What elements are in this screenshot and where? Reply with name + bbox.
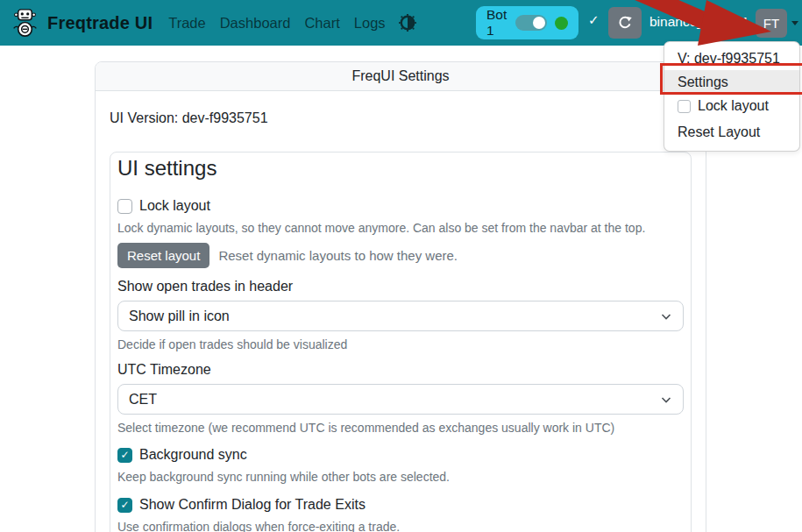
- reset-layout-help: Reset dynamic layouts to how they were.: [218, 248, 458, 263]
- lock-layout-checkbox[interactable]: [117, 199, 132, 214]
- confirm-dialog-label[interactable]: Show Confirm Dialog for Trade Exits: [139, 497, 366, 513]
- timezone-select[interactable]: CET: [117, 384, 684, 415]
- freqtrade-robot-logo-icon: [11, 7, 39, 39]
- avatar-dropdown-menu: V: dev-f9935751 Settings Lock layout Res…: [664, 41, 800, 152]
- lock-layout-label[interactable]: Lock layout: [139, 198, 210, 214]
- timezone-group: UTC Timezone CET Select timezone (we rec…: [117, 362, 684, 435]
- refresh-icon: [617, 15, 633, 31]
- bot-name: Bot 1: [486, 7, 507, 39]
- ui-version-text: UI Version: dev-f9935751: [110, 110, 692, 126]
- confirm-dialog-help: Use confirmation dialogs when force-exit…: [117, 520, 684, 532]
- confirm-dialog-row[interactable]: Show Confirm Dialog for Trade Exits: [117, 497, 684, 513]
- refresh-button[interactable]: [608, 7, 642, 39]
- bot-selector-pill[interactable]: Bot 1: [476, 6, 578, 39]
- open-trades-select[interactable]: Show pill in icon: [117, 301, 684, 331]
- menu-item-lock-layout-label: Lock layout: [698, 98, 769, 114]
- navbar: Freqtrade UI Trade Dashboard Chart Logs …: [0, 0, 802, 46]
- bot-online-status-dot: [555, 17, 568, 30]
- theme-toggle-icon[interactable]: [399, 14, 416, 32]
- settings-card-title: FreqUI Settings: [96, 62, 706, 91]
- chevron-down-icon: [660, 394, 672, 406]
- background-sync-row[interactable]: Background sync: [117, 447, 684, 463]
- avatar-menu-button[interactable]: FT: [756, 9, 787, 38]
- account-label: binance_USDT1: [649, 14, 753, 30]
- nav-link-chart[interactable]: Chart: [297, 10, 346, 37]
- chevron-down-icon[interactable]: [791, 21, 798, 25]
- reset-layout-row: Reset layout Reset dynamic layouts to ho…: [117, 243, 684, 268]
- timezone-selected-value: CET: [129, 392, 157, 408]
- chevron-down-icon: [660, 310, 672, 323]
- brand-title: Freqtrade UI: [47, 13, 153, 33]
- open-trades-help: Decide if open trades should be visualiz…: [117, 337, 684, 351]
- lock-layout-row[interactable]: Lock layout: [117, 198, 684, 214]
- menu-item-lock-layout[interactable]: Lock layout: [664, 95, 799, 117]
- background-sync-label[interactable]: Background sync: [139, 447, 247, 463]
- confirm-dialog-checkbox[interactable]: [117, 498, 132, 513]
- timezone-label: UTC Timezone: [117, 362, 684, 378]
- nav-link-dashboard[interactable]: Dashboard: [213, 10, 298, 37]
- menu-item-version: V: dev-f9935751: [664, 47, 799, 70]
- lock-layout-help: Lock dynamic layouts, so they cannot mov…: [117, 221, 684, 235]
- nav-link-trade[interactable]: Trade: [161, 10, 213, 37]
- check-icon: ✓: [588, 12, 600, 28]
- reset-layout-button[interactable]: Reset layout: [117, 243, 209, 268]
- menu-item-settings[interactable]: Settings: [664, 70, 799, 95]
- brand[interactable]: Freqtrade UI: [11, 7, 153, 39]
- main-nav: Trade Dashboard Chart Logs: [161, 10, 415, 37]
- open-trades-group: Show open trades in header Show pill in …: [117, 279, 684, 351]
- lock-layout-menu-checkbox[interactable]: [678, 100, 691, 113]
- open-trades-label: Show open trades in header: [117, 279, 684, 294]
- open-trades-selected-value: Show pill in icon: [129, 309, 230, 324]
- nav-link-logs[interactable]: Logs: [347, 10, 393, 37]
- background-sync-help: Keep background sync running while other…: [117, 470, 684, 484]
- section-title: UI settings: [117, 156, 684, 181]
- settings-card: FreqUI Settings UI Version: dev-f9935751…: [95, 61, 706, 532]
- toggle-knob: [533, 17, 545, 29]
- background-sync-checkbox[interactable]: [117, 448, 132, 463]
- ui-settings-section: UI settings Lock layout Lock dynamic lay…: [110, 152, 692, 532]
- timezone-help: Select timezone (we recommend UTC is rec…: [117, 421, 684, 435]
- menu-item-reset-layout[interactable]: Reset Layout: [664, 117, 799, 144]
- settings-card-body: UI Version: dev-f9935751 UI settings Loc…: [96, 91, 706, 532]
- bot-enable-toggle[interactable]: [515, 15, 547, 31]
